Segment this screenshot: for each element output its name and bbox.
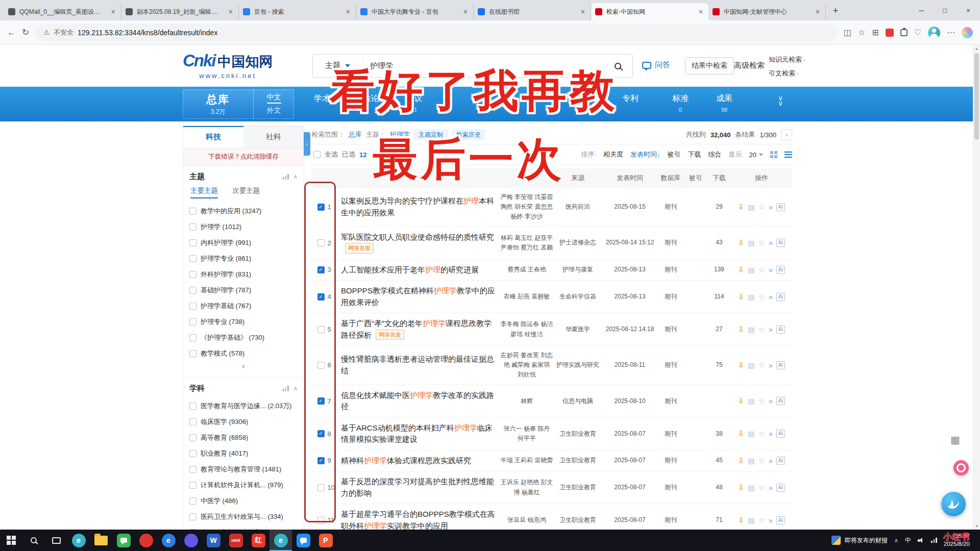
result-title-link[interactable]: 以案例反思为导向的安宁疗护课程在护理本科生中的应用效果 <box>341 196 494 217</box>
profile-icon[interactable] <box>928 27 940 39</box>
header-download[interactable]: 下载 <box>707 173 731 183</box>
panel-grid-icon[interactable]: ▦ <box>950 434 960 446</box>
download-icon[interactable]: ⇩ <box>738 265 745 274</box>
ai-icon[interactable]: AI <box>776 457 785 465</box>
favorite-icon[interactable]: ☆ <box>758 516 765 525</box>
filter-checkbox[interactable] <box>189 287 197 294</box>
row-checkbox[interactable] <box>317 517 325 524</box>
taskbar-app-purple[interactable] <box>180 530 202 551</box>
browser-tab[interactable]: 中国知网-文献管理中心× <box>708 3 826 20</box>
ai-icon[interactable]: AI <box>776 293 785 301</box>
search-input[interactable] <box>363 62 603 70</box>
tab-close-icon[interactable]: × <box>814 8 821 16</box>
filter-checkbox[interactable] <box>189 418 197 425</box>
filter-item[interactable]: 医药卫生方针政策与... (334) <box>189 509 298 524</box>
ai-icon[interactable]: AI <box>776 203 785 211</box>
window-close-button[interactable]: × <box>957 0 980 20</box>
filter-item[interactable]: 计算机软件及计算机... (979) <box>189 477 298 493</box>
authors-cell[interactable]: 衣峰 彭燕 嘉丽敏 <box>500 292 553 302</box>
filter-item[interactable]: 医学教育与医学边缘... (2.03万) <box>189 398 298 414</box>
filter-checkbox[interactable] <box>189 271 197 278</box>
search-field-select[interactable]: 主题 <box>313 59 363 72</box>
tab-close-icon[interactable]: × <box>227 8 234 16</box>
copilot-icon[interactable] <box>962 27 973 38</box>
filter-checkbox[interactable] <box>189 303 197 310</box>
taskbar-qq-chat[interactable] <box>292 530 314 551</box>
taskbar-wechat[interactable] <box>112 530 135 551</box>
banner-lang-tab[interactable]: 外文 <box>267 106 281 115</box>
more-actions-icon[interactable]: » <box>769 203 773 211</box>
more-actions-icon[interactable]: » <box>769 361 773 369</box>
download-icon[interactable]: ⇩ <box>738 361 745 370</box>
scrollbar-thumb[interactable] <box>974 53 979 140</box>
ai-icon[interactable]: AI <box>776 397 785 405</box>
knowledge-search-link[interactable]: 知识元检索› <box>769 55 805 64</box>
filter-checkbox[interactable] <box>189 223 197 231</box>
browser-tab[interactable]: 在线图书馆× <box>474 3 591 20</box>
taskbar-edge-2[interactable]: e <box>270 530 292 551</box>
next-page-button[interactable]: › <box>781 129 792 140</box>
ai-icon[interactable]: AI <box>776 266 785 274</box>
more-actions-icon[interactable]: » <box>769 239 773 247</box>
filter-item[interactable]: 中医学 (486) <box>189 493 298 509</box>
filter-checkbox[interactable] <box>189 482 197 489</box>
row-checkbox[interactable]: ✓ <box>317 397 325 405</box>
news-widget[interactable]: 即将发布的财报 <box>831 536 888 545</box>
authors-cell[interactable]: 林辉 <box>500 396 553 406</box>
sidebar-tab[interactable]: 社科 <box>243 126 304 148</box>
filter-item[interactable]: 基础护理学 (787) <box>189 282 298 298</box>
collections-icon[interactable]: ⊞ <box>872 28 878 37</box>
read-online-icon[interactable]: ▤ <box>748 293 754 301</box>
scroll-up-icon[interactable]: ▲ <box>975 45 979 52</box>
sidebar-collapse-handle[interactable]: ‹ <box>304 132 310 156</box>
result-title-link[interactable]: 基于广西“孝”文化的老年护理学课程思政教学路径探析网络首发 <box>341 319 492 339</box>
result-title-link[interactable]: 慢性肾脏病非透析患者运动管理的最佳证据总结 <box>341 355 494 375</box>
read-online-icon[interactable]: ▤ <box>748 397 754 405</box>
filter-item[interactable]: 教学模式 (578) <box>189 345 298 361</box>
tab-close-icon[interactable]: × <box>697 8 704 16</box>
authors-cell[interactable]: 牛瑞 王莉莉 雷晓蕾 <box>500 456 553 465</box>
authors-cell[interactable]: 张旦旦 钱燕鸿 <box>500 515 553 525</box>
more-actions-icon[interactable]: » <box>769 484 773 492</box>
taskbar-wps-ppt[interactable]: P <box>314 530 337 551</box>
filter-checkbox[interactable] <box>189 513 197 520</box>
read-online-icon[interactable]: ▤ <box>748 239 754 247</box>
authors-cell[interactable]: 蔡秀成 王春艳 <box>500 265 553 274</box>
browser-tab[interactable]: 副本2025.08.19_封面_编辑页_美...× <box>121 3 239 20</box>
result-title-link[interactable]: 信息化技术赋能中医护理学教学改革的实践路径 <box>341 391 494 411</box>
source-cell[interactable]: 医药前沿 <box>553 202 602 212</box>
cnki-logo[interactable]: Cnki 中国知网 www.cnki.net <box>183 51 273 80</box>
source-cell[interactable]: 卫生职业教育 <box>553 483 602 492</box>
window-maximize-button[interactable]: □ <box>933 0 957 20</box>
more-actions-icon[interactable]: » <box>769 293 773 301</box>
sort-option[interactable]: 发表时间↓ <box>630 150 660 159</box>
scope-value-link[interactable]: 总库 <box>349 130 362 139</box>
taskbar-app-red[interactable] <box>135 530 157 551</box>
filter-checkbox[interactable] <box>189 334 197 341</box>
taskbar-ie[interactable]: e <box>157 530 180 551</box>
download-icon[interactable]: ⇩ <box>738 429 745 438</box>
row-checkbox[interactable]: ✓ <box>317 266 325 273</box>
read-online-icon[interactable]: ▤ <box>748 430 754 438</box>
read-online-icon[interactable]: ▤ <box>748 325 754 334</box>
scroll-down-icon[interactable]: ▼ <box>975 522 979 530</box>
favorite-icon[interactable]: ☆ <box>758 265 765 274</box>
more-actions-icon[interactable]: » <box>769 397 773 405</box>
source-cell[interactable]: 护理实践与研究 <box>553 360 602 370</box>
extensions-icon[interactable] <box>900 29 908 36</box>
filter-checkbox[interactable] <box>189 239 197 246</box>
filter-item[interactable]: 内科护理学 (991) <box>189 235 298 251</box>
ai-icon[interactable]: AI <box>776 239 785 247</box>
ai-icon[interactable]: AI <box>776 361 785 369</box>
filter-checkbox[interactable] <box>189 403 197 410</box>
ai-icon[interactable]: AI <box>776 325 785 334</box>
row-checkbox[interactable]: ✓ <box>317 430 325 437</box>
volume-icon[interactable] <box>918 537 924 543</box>
sort-option[interactable]: 相关度 <box>603 150 623 159</box>
sort-option[interactable]: 综合 <box>708 150 722 159</box>
select-all-checkbox[interactable] <box>313 151 321 158</box>
window-minimize-button[interactable]: ─ <box>910 0 933 20</box>
filter-item[interactable]: 《护理学基础》 (730) <box>189 330 298 345</box>
taskbar-start[interactable] <box>0 530 22 551</box>
banner-expand-icon[interactable]: ∨∨ <box>778 95 783 106</box>
